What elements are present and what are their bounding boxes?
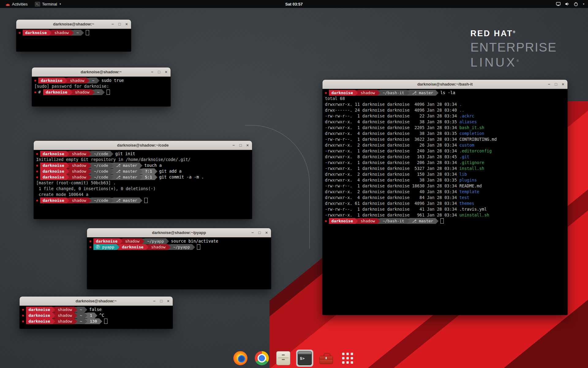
output-text: Initialized empty Git repository in /hom…: [36, 157, 190, 163]
ls-entry-meta: drwxrwxr-x. 4 darknoise darknoise 38 Jan…: [325, 119, 459, 125]
system-status-area[interactable]: ▾: [556, 2, 588, 6]
maximize-button[interactable]: □: [239, 141, 242, 150]
terminal-cursor: [144, 198, 148, 203]
terminal-window: darknoise@shadow:~ − □ × ●darknoiseshado…: [32, 67, 171, 106]
prompt-segment-host: shadow: [358, 218, 377, 224]
close-button[interactable]: ×: [125, 20, 128, 29]
ls-entry-name: bash_it.sh: [459, 125, 484, 131]
minimize-button[interactable]: −: [251, 228, 254, 237]
minimize-button[interactable]: −: [232, 141, 235, 150]
ls-entry-name: aliases: [459, 119, 477, 125]
dock-item-toolbox[interactable]: [318, 350, 335, 367]
prompt-segment-git: ⎇ master: [113, 163, 140, 168]
prompt-segment-path: ~: [77, 307, 85, 312]
ls-entry-meta: drwxrwxr-x. 11 darknoise darknoise 4096 …: [325, 102, 459, 107]
terminal-content[interactable]: ●darknoiseshadow~: [16, 29, 131, 52]
close-button[interactable]: ×: [165, 67, 167, 76]
close-button[interactable]: ×: [265, 228, 268, 237]
close-button[interactable]: ×: [246, 141, 249, 150]
command-text: ^C: [99, 312, 104, 318]
ls-entry-meta: -rw-rw-r--. 1 darknoise darknoise 22 Jan…: [325, 113, 459, 119]
prompt-segment-path: ~: [89, 78, 97, 83]
dock-item-firefox[interactable]: [232, 350, 249, 367]
terminal-line: ●darknoiseshadow~/code⎇ masterS:1git com…: [36, 174, 250, 180]
minimize-button[interactable]: −: [548, 80, 550, 89]
terminal-line: ●darknoiseshadow~false: [22, 307, 170, 312]
redhat-prompt-icon: ●: [34, 89, 36, 95]
powerline-arrow: [49, 30, 52, 36]
prompt-segment-git: ⎇ master: [113, 168, 140, 174]
close-button[interactable]: ×: [167, 297, 169, 305]
terminal-line: ●darknoiseshadow~/bash-it⎇ masterls -la: [325, 90, 565, 96]
minimize-button[interactable]: −: [153, 297, 156, 305]
powerline-arrow: [111, 163, 113, 168]
window-titlebar[interactable]: darknoise@shadow:~ − □ ×: [20, 297, 173, 306]
prompt-segment-user: darknoise: [40, 163, 66, 168]
maximize-button[interactable]: □: [160, 297, 163, 305]
powerline-arrow: [85, 319, 87, 324]
powerline-arrow: [92, 90, 95, 95]
terminal-line: ●darknoiseshadow~/pyappsource bin/activa…: [89, 238, 269, 244]
terminal-content[interactable]: ●darknoiseshadow~sudo true[sudo] passwor…: [32, 77, 171, 106]
maximize-button[interactable]: □: [555, 80, 557, 89]
terminal-cursor: [86, 30, 89, 35]
terminal-content[interactable]: ●darknoiseshadow~/bash-it⎇ masterls -lat…: [322, 89, 567, 315]
redhat-logo-icon: [6, 2, 10, 6]
terminal-content[interactable]: ●darknoiseshadow~false●darknoiseshadow~1…: [20, 306, 173, 329]
window-titlebar[interactable]: darknoise@shadow:~/bash-it − □ ×: [322, 80, 567, 89]
ls-entry-meta: drwxrwxr-x. 4 darknoise darknoise 38 Jan…: [325, 131, 459, 136]
app-menu-terminal[interactable]: >_ Terminal ▾: [32, 0, 63, 8]
ls-entry-meta: drwx------. 24 darknoise darknoise 4096 …: [325, 107, 459, 113]
terminal-line: ●darknoiseshadow~/code⎇ master: [36, 197, 250, 203]
ls-entry-meta: drwxrwxr-x. 2 darknoise darknoise 150 Ja…: [325, 171, 459, 177]
minimize-button[interactable]: −: [151, 67, 153, 76]
powerline-arrow: [192, 244, 195, 250]
dock-item-terminal[interactable]: $>: [296, 350, 313, 367]
window-titlebar[interactable]: darknoise@shadow:~ − □ ×: [16, 20, 131, 29]
maximize-button[interactable]: □: [258, 228, 261, 237]
dock-item-app-grid[interactable]: [339, 350, 356, 367]
brand-line-redhat: RED HAT®: [470, 29, 557, 38]
prompt-segment-host: shadow: [67, 78, 87, 83]
prompt-segment-stat: S:1: [142, 174, 154, 180]
terminal-line: drwx------. 24 darknoise darknoise 4096 …: [325, 107, 565, 113]
firefox-icon: [233, 351, 247, 365]
dock-item-chrome[interactable]: [253, 350, 270, 367]
redhat-prompt-icon: ●: [325, 218, 327, 224]
ls-entry-meta: -rwxrwxr-x. 1 darknoise darknoise 2205 J…: [325, 125, 459, 131]
activities-button[interactable]: Activities: [3, 0, 30, 8]
ls-entry-meta: drwxrwxr-x. 2 darknoise darknoise 26 Jan…: [325, 142, 459, 148]
terminal-content[interactable]: ●darknoiseshadow~/pyappsource bin/activa…: [87, 237, 271, 289]
window-titlebar[interactable]: darknoise@shadow:~/code − □ ×: [34, 141, 252, 150]
powerline-arrow: [74, 319, 77, 324]
dock-item-files[interactable]: [275, 350, 292, 367]
activities-label: Activities: [12, 2, 28, 6]
ls-entry-name: .ackrc: [459, 113, 474, 119]
minimize-button[interactable]: −: [111, 20, 114, 29]
prompt-segment-host: shadow: [149, 244, 168, 250]
powerline-arrow: [140, 174, 142, 180]
prompt-segment-user: darknoise: [40, 174, 66, 180]
powerline-arrow: [65, 78, 67, 83]
terminal-content[interactable]: ●darknoiseshadow~/codegit initInitialize…: [34, 150, 252, 219]
command-text: touch a: [144, 163, 162, 168]
prompt-segment-user: darknoise: [40, 197, 66, 203]
powerline-arrow: [85, 307, 87, 312]
powerline-arrow: [102, 90, 105, 95]
powerline-arrow: [355, 90, 358, 96]
powerline-arrow: [87, 78, 89, 83]
maximize-button[interactable]: □: [119, 20, 121, 29]
terminal-line: -rwxrwxr-x. 1 darknoise darknoise 206 Ja…: [325, 160, 565, 166]
window-titlebar[interactable]: darknoise@shadow:~/pyapp − □ ×: [87, 228, 271, 237]
ls-entry-name: install.sh: [459, 166, 484, 171]
redhat-branding: RED HAT® ENTERPRISE LINUX®: [470, 29, 557, 70]
ls-entry-name: README.md: [459, 183, 482, 189]
close-button[interactable]: ×: [562, 80, 564, 89]
clock[interactable]: Sat 03:57: [285, 2, 303, 6]
window-titlebar[interactable]: darknoise@shadow:~ − □ ×: [32, 67, 171, 77]
terminal-line: drwxrwxr-x. 11 darknoise darknoise 4096 …: [325, 102, 565, 107]
redhat-prompt-icon: ●: [89, 238, 91, 244]
maximize-button[interactable]: □: [158, 67, 160, 76]
powerline-arrow: [89, 151, 91, 157]
powerline-arrow: [66, 198, 69, 203]
